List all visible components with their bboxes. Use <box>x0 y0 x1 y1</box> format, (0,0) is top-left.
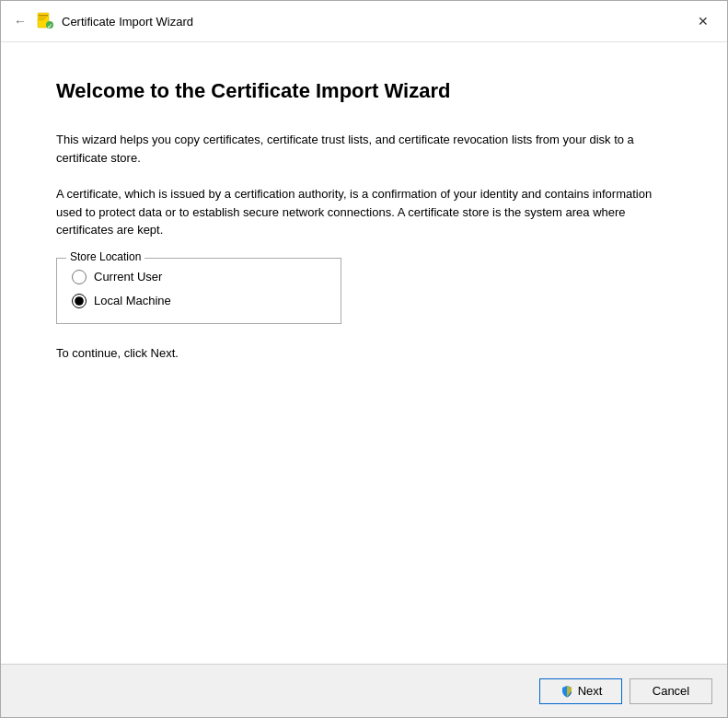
store-location-group: Store Location Current User Local Machin… <box>56 258 341 324</box>
current-user-label: Current User <box>94 270 162 284</box>
wizard-heading: Welcome to the Certificate Import Wizard <box>56 79 672 103</box>
current-user-option[interactable]: Current User <box>72 270 326 284</box>
svg-rect-2 <box>39 17 46 18</box>
description-paragraph-2: A certificate, which is issued by a cert… <box>56 185 672 239</box>
next-button[interactable]: Next <box>539 678 622 704</box>
certificate-icon: ✓ <box>36 12 54 30</box>
title-label: Certificate Import Wizard <box>62 15 193 29</box>
svg-rect-3 <box>39 19 44 20</box>
description-paragraph-1: This wizard helps you copy certificates,… <box>56 131 672 167</box>
next-label: Next <box>578 684 603 698</box>
current-user-radio[interactable] <box>72 270 87 284</box>
title-bar: ← ✓ Certificate Import Wizard ✕ <box>1 1 727 42</box>
dialog-window: ← ✓ Certificate Import Wizard ✕ Welcome … <box>0 0 728 718</box>
cancel-label: Cancel <box>653 684 689 698</box>
continue-instruction: To continue, click Next. <box>56 346 672 360</box>
close-button[interactable]: ✕ <box>690 8 716 34</box>
footer: Next Cancel <box>1 664 727 717</box>
cancel-button[interactable]: Cancel <box>630 678 712 704</box>
svg-text:✓: ✓ <box>47 23 52 29</box>
title-bar-left: ← ✓ Certificate Import Wizard <box>12 12 193 30</box>
local-machine-option[interactable]: Local Machine <box>72 294 326 308</box>
svg-rect-1 <box>39 15 48 17</box>
local-machine-label: Local Machine <box>94 294 171 307</box>
content-area: Welcome to the Certificate Import Wizard… <box>1 42 727 664</box>
back-arrow-icon: ← <box>14 14 27 29</box>
back-button[interactable]: ← <box>12 12 29 30</box>
shield-icon <box>560 684 574 699</box>
store-location-legend: Store Location <box>66 250 144 263</box>
local-machine-radio[interactable] <box>72 294 87 308</box>
